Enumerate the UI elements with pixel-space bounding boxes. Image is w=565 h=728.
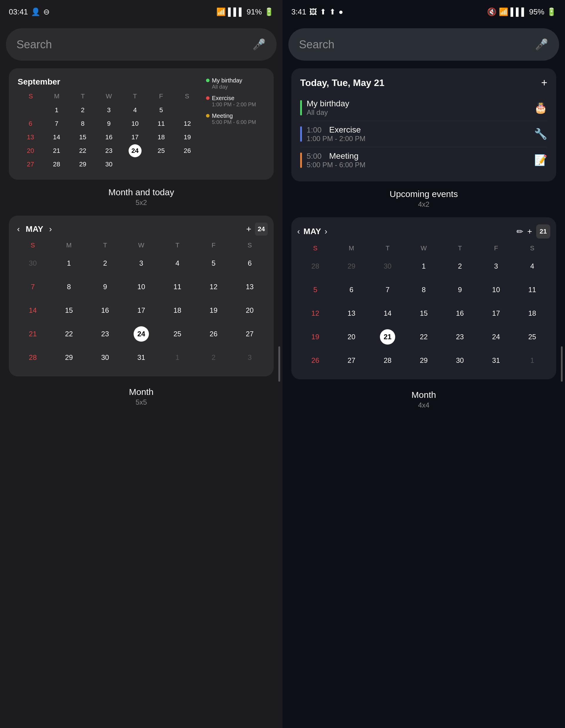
upcoming-add-btn[interactable]: + xyxy=(541,77,547,89)
may-edit-btn-right[interactable]: ✏ xyxy=(516,227,523,236)
cal-day: 4 xyxy=(129,104,142,117)
upcoming-event-birthday[interactable]: My birthday All day 🎂 xyxy=(300,95,547,121)
may-prev-btn-right[interactable]: ‹ xyxy=(297,227,300,236)
may-add-btn-left[interactable]: + xyxy=(246,224,251,234)
cal-day: 8 xyxy=(76,117,89,130)
cal-cell: 20 xyxy=(333,325,369,349)
mic-icon-left[interactable]: 🎤 xyxy=(252,37,266,52)
cal-cell: 17 xyxy=(478,302,514,325)
may-nav-left-right: ‹ MAY › xyxy=(297,227,327,236)
status-right: 📶 ▌▌▌ 91% 🔋 xyxy=(216,7,274,16)
cal-cell: 19 xyxy=(196,299,232,322)
cal-cell: 31 xyxy=(478,349,514,372)
cal-cell: 14 xyxy=(15,299,51,322)
signal-icon: ▌▌▌ xyxy=(228,7,244,16)
cal-cell: 26 xyxy=(196,322,232,346)
cal-cell: 29 xyxy=(51,346,87,369)
may-rhdr-fri: F xyxy=(478,243,514,253)
search-placeholder-right: Search xyxy=(299,38,534,51)
cal-cell: 12 xyxy=(297,302,333,325)
search-bar-left[interactable]: Search 🎤 xyxy=(6,28,277,61)
may-widget-label-right: Month xyxy=(411,390,436,400)
sep-days-grid: 1 2 3 4 5 6 7 8 9 10 11 12 13 14 xyxy=(18,104,200,171)
may-day-headers-right: S M T W T F S xyxy=(297,243,550,253)
may-nav-right-controls: + 24 xyxy=(246,223,268,236)
cal-cell: 28 xyxy=(369,349,406,372)
battery-right: 95% xyxy=(529,7,544,16)
cal-day: 19 xyxy=(181,131,194,144)
cal-day: 5 xyxy=(155,104,168,117)
meeting-name: Meeting xyxy=(212,112,256,119)
cal-day: 26 xyxy=(181,144,194,157)
may-next-btn-right[interactable]: › xyxy=(324,227,327,236)
cal-cell: 16 xyxy=(442,302,478,325)
may-rhdr-sat: S xyxy=(514,243,550,253)
may-hdr-wed: W xyxy=(123,240,160,250)
may-cal-nav-right: ‹ MAY › ✏ + 21 xyxy=(297,224,550,239)
may-calendar-widget-left: ‹ MAY › + 24 S M T W T F S 30 1 2 3 4 5 xyxy=(9,216,274,376)
may-rhdr-mon: M xyxy=(333,243,369,253)
cal-day: 10 xyxy=(129,117,142,130)
may-prev-btn-left[interactable]: ‹ xyxy=(15,223,22,235)
sep-header-sun: S xyxy=(18,91,44,101)
status-right-right: 🔇 📶 ▌▌▌ 95% 🔋 xyxy=(487,7,556,16)
cal-cell: 1 xyxy=(406,254,442,278)
time-right: 3:41 xyxy=(291,7,306,16)
cal-day: 3 xyxy=(102,104,115,117)
exercise-event-name: Exercise xyxy=(329,125,361,135)
may-calendar-widget-right: ‹ MAY › ✏ + 21 S M T W T F S 28 29 30 1 xyxy=(291,217,556,379)
cal-day: 16 xyxy=(102,131,115,144)
cal-cell: 28 xyxy=(15,346,51,369)
exercise-emoji: 🔧 xyxy=(534,128,547,140)
mic-icon-right[interactable]: 🎤 xyxy=(534,37,549,52)
scrollbar-right[interactable] xyxy=(561,346,563,382)
upcoming-event-exercise[interactable]: 1:00 Exercise 1:00 PM - 2:00 PM 🔧 xyxy=(300,121,547,147)
may-rhdr-tue: T xyxy=(369,243,406,253)
cal-cell: 1 xyxy=(51,252,87,275)
battery-left: 91% xyxy=(247,7,262,16)
cal-cell: 6 xyxy=(333,278,369,302)
birthday-name: My birthday xyxy=(212,77,242,84)
cal-cell: 11 xyxy=(514,278,550,302)
cal-cell: 13 xyxy=(333,302,369,325)
cal-day: 15 xyxy=(76,131,89,144)
cal-cell: 5 xyxy=(297,278,333,302)
may-hdr-mon: M xyxy=(51,240,87,250)
cal-day: 18 xyxy=(155,131,168,144)
cal-cell: 4 xyxy=(514,254,550,278)
may-rhdr-wed: W xyxy=(406,243,442,253)
scrollbar-left[interactable] xyxy=(279,346,280,382)
may-rhdr-sun: S xyxy=(297,243,333,253)
birthday-event-time: All day xyxy=(306,108,534,117)
cal-cell: 30 xyxy=(369,254,406,278)
may-today-badge-right[interactable]: 21 xyxy=(536,224,550,239)
cal-cell: 16 xyxy=(87,299,123,322)
may-hdr-tue: T xyxy=(87,240,123,250)
search-placeholder-left: Search xyxy=(16,38,252,51)
status-left: 03:41 👤 ⊖ xyxy=(9,7,50,16)
may-add-btn-right[interactable]: + xyxy=(527,227,532,236)
sep-header-wed: W xyxy=(96,91,122,101)
cal-cell: 2 xyxy=(87,252,123,275)
cal-day: 30 xyxy=(102,158,115,171)
birthday-dot xyxy=(206,79,210,82)
cal-day: 7 xyxy=(50,117,63,130)
cal-day: 29 xyxy=(76,158,89,171)
cal-cell: 25 xyxy=(159,322,196,346)
may-next-btn-left[interactable]: › xyxy=(47,223,54,235)
cal-cell: 18 xyxy=(514,302,550,325)
may-today-badge-left[interactable]: 24 xyxy=(255,223,268,236)
sep-event-exercise: Exercise 1:00 PM - 2:00 PM xyxy=(206,95,265,108)
cal-day: 12 xyxy=(181,117,194,130)
may-days-left: 30 1 2 3 4 5 6 7 8 9 10 11 12 13 14 15 1… xyxy=(15,252,268,369)
wifi-icon: 📶 xyxy=(216,7,226,16)
status-right-left: 3:41 🖼 ⬆ ⬆ ● xyxy=(291,7,343,16)
may-month-title-left: MAY xyxy=(26,224,43,234)
cal-day: 2 xyxy=(76,104,89,117)
cal-cell: 22 xyxy=(406,325,442,349)
cal-day: 22 xyxy=(76,144,89,157)
sep-day-headers: S M T W T F S xyxy=(18,91,200,101)
search-bar-right[interactable]: Search 🎤 xyxy=(288,28,559,61)
upcoming-event-meeting[interactable]: 5:00 Meeting 5:00 PM - 6:00 PM 📝 xyxy=(300,147,547,173)
cal-day: 13 xyxy=(24,131,37,144)
